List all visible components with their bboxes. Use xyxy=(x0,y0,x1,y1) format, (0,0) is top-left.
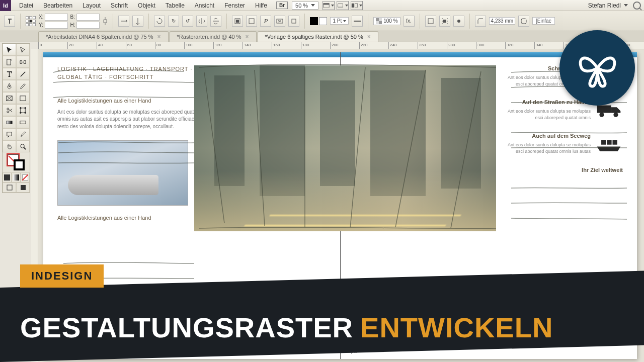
select-content-icon[interactable] xyxy=(246,16,257,27)
tab-label: *Arbeitsdatei DINA4 6 Spalten.indd @ 75 … xyxy=(46,34,153,40)
gradient-feather-tool[interactable] xyxy=(16,116,30,128)
corner-options-icon[interactable] xyxy=(518,16,529,27)
tab-doc-2[interactable]: *Rasterarten.indd @ 40 %× xyxy=(170,31,257,42)
tab-doc-3[interactable]: *Vorlage 6 spaltiges Raster.indt @ 50 %× xyxy=(258,31,378,42)
zoom-input[interactable]: 50 % xyxy=(292,2,318,10)
zoom-value: 50 % xyxy=(295,3,308,9)
fx-button[interactable]: fx. xyxy=(404,16,415,27)
pen-tool[interactable] xyxy=(3,80,16,92)
y-label: Y: xyxy=(39,22,43,28)
flip-h-icon[interactable] xyxy=(196,16,207,27)
menu-layout[interactable]: Layout xyxy=(77,2,106,9)
reference-point[interactable] xyxy=(26,16,36,26)
user-menu[interactable]: Stefan Riedl xyxy=(588,2,628,9)
stroke-swatch[interactable] xyxy=(319,17,327,25)
para-style-icon[interactable] xyxy=(4,16,15,27)
menu-fenster[interactable]: Fenster xyxy=(219,2,250,9)
rotate-icon[interactable] xyxy=(154,16,165,27)
x-input[interactable] xyxy=(45,14,68,21)
app-icon: Id xyxy=(0,0,11,11)
menu-tabelle[interactable]: Tabelle xyxy=(160,2,190,9)
pencil-tool[interactable] xyxy=(16,80,30,92)
h-input[interactable] xyxy=(76,22,100,29)
svg-point-43 xyxy=(613,113,618,117)
gap-tool[interactable] xyxy=(16,56,30,68)
menu-ansicht[interactable]: Ansicht xyxy=(190,2,219,9)
w-input[interactable] xyxy=(76,14,100,21)
scale-x-icon[interactable] xyxy=(118,16,129,27)
fit-content-icon[interactable] xyxy=(274,16,285,27)
image-frame-plane[interactable] xyxy=(57,140,188,206)
rectangle-tool[interactable] xyxy=(16,92,30,104)
rotate-cw-icon[interactable]: ↻ xyxy=(168,16,179,27)
zoom-tool[interactable] xyxy=(16,140,30,152)
search-icon[interactable] xyxy=(633,2,641,10)
direct-selection-tool[interactable] xyxy=(16,44,30,56)
tab-label: *Vorlage 6 spaltiges Raster.indt @ 50 % xyxy=(265,34,363,40)
tab-doc-1[interactable]: *Arbeitsdatei DINA4 6 Spalten.indd @ 75 … xyxy=(38,31,169,42)
bridge-badge[interactable]: Br xyxy=(276,2,288,9)
p-paragraph-icon[interactable]: P xyxy=(260,16,271,27)
close-icon[interactable]: × xyxy=(157,33,161,40)
stroke-weight-input[interactable]: 1 Pt xyxy=(330,17,349,25)
fill-stroke-proxy[interactable] xyxy=(3,152,30,172)
y-input[interactable] xyxy=(45,22,68,29)
menu-bearbeiten[interactable]: Bearbeiten xyxy=(38,2,77,9)
rectangle-frame-tool[interactable] xyxy=(3,92,16,104)
svg-rect-22 xyxy=(20,96,26,100)
note-tool[interactable] xyxy=(3,128,16,140)
horizontal-ruler[interactable]: 0204060801001201401601802002202402602803… xyxy=(38,42,644,49)
corner-icon[interactable] xyxy=(475,16,486,27)
svg-rect-46 xyxy=(612,140,617,145)
link-wh-icon[interactable] xyxy=(103,16,108,27)
apply-color-icon[interactable] xyxy=(3,172,12,183)
svg-point-26 xyxy=(20,107,21,109)
stroke-style-select[interactable]: [Einfac xyxy=(532,17,555,25)
select-container-icon[interactable] xyxy=(232,16,243,27)
free-transform-tool[interactable] xyxy=(16,104,30,116)
close-icon[interactable]: × xyxy=(367,33,371,40)
page-tool[interactable] xyxy=(3,56,16,68)
preview-view-icon[interactable] xyxy=(16,183,30,193)
svg-rect-1 xyxy=(324,3,329,4)
scissors-tool[interactable] xyxy=(3,104,16,116)
apply-gradient-icon[interactable] xyxy=(12,172,21,183)
channel-badge xyxy=(559,30,635,106)
hero-image[interactable] xyxy=(194,65,496,231)
apply-none-icon[interactable] xyxy=(21,172,30,183)
wrap-bounding-icon[interactable] xyxy=(439,16,450,27)
eyedropper-tool[interactable] xyxy=(16,128,30,140)
overlay-title-b: ENTWICKELN xyxy=(360,312,553,343)
wrap-none-icon[interactable] xyxy=(425,16,436,27)
svg-point-16 xyxy=(457,20,460,23)
rotate-ccw-icon[interactable]: ↺ xyxy=(182,16,193,27)
svg-point-27 xyxy=(25,107,26,109)
opacity-input[interactable]: 100 % xyxy=(373,17,400,25)
screen-mode-dropdown[interactable] xyxy=(337,1,349,10)
fit-frame-icon[interactable] xyxy=(288,16,299,27)
menu-schrift[interactable]: Schrift xyxy=(106,2,133,9)
type-tool[interactable] xyxy=(3,68,16,80)
svg-rect-12 xyxy=(376,18,379,21)
ship-icon xyxy=(595,133,623,153)
line-tool[interactable] xyxy=(16,68,30,80)
svg-point-29 xyxy=(25,112,26,113)
hand-tool[interactable] xyxy=(3,140,16,152)
menu-objekt[interactable]: Objekt xyxy=(133,2,160,9)
flip-v-icon[interactable] xyxy=(210,16,221,27)
normal-view-icon[interactable] xyxy=(3,183,16,193)
menu-datei[interactable]: Datei xyxy=(14,2,38,9)
view-mode-dropdown[interactable] xyxy=(323,1,335,10)
wrap-shape-icon[interactable] xyxy=(453,16,464,27)
svg-rect-13 xyxy=(379,21,382,24)
stroke-style-icon[interactable] xyxy=(352,16,363,27)
menu-hilfe[interactable]: Hilfe xyxy=(250,2,272,9)
corner-radius-input[interactable]: 4,233 mm xyxy=(489,17,515,25)
selection-tool[interactable] xyxy=(3,44,16,56)
gradient-swatch-tool[interactable] xyxy=(3,116,16,128)
arrange-dropdown[interactable] xyxy=(351,1,363,10)
close-icon[interactable]: × xyxy=(246,33,249,40)
scale-y-icon[interactable] xyxy=(132,16,143,27)
fill-swatch[interactable] xyxy=(310,17,318,25)
stroke-proxy[interactable] xyxy=(14,159,25,170)
